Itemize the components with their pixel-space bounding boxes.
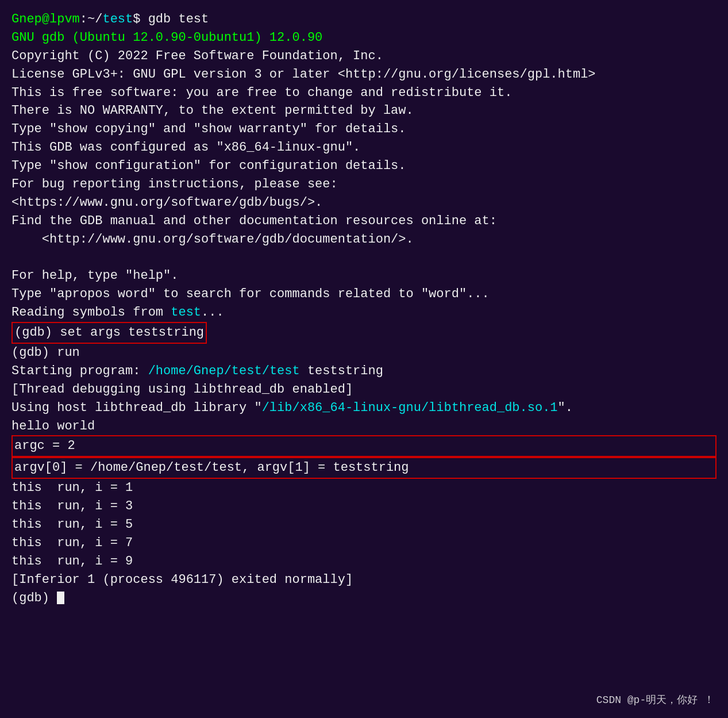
blank-line [11, 249, 717, 267]
command-line: Gnep@lpvm:~/test$ gdb test [11, 10, 717, 29]
argv-text: argv[0] = /home/Gnep/test/test, argv[1] … [14, 460, 409, 475]
dir-name: test [102, 12, 133, 26]
libthread-path: /lib/x86_64-linux-gnu/libthread_db.so.1 [262, 401, 558, 415]
path-sep: :~/ [80, 12, 103, 26]
configured-line: This GDB was configured as "x86_64-linux… [11, 139, 717, 157]
using-host-line: Using host libthread_db library "/lib/x8… [11, 399, 717, 417]
apropos-line: Type "apropos word" to search for comman… [11, 285, 717, 304]
show-copying-line: Type "show copying" and "show warranty" … [11, 120, 717, 139]
free-sw-line: This is free software: you are free to c… [11, 84, 717, 102]
show-config-line: Type "show configuration" for configurat… [11, 157, 717, 175]
run-i9: this run, i = 9 [11, 552, 717, 571]
reading-text: Reading symbols from [11, 305, 171, 320]
starting-program-line: Starting program: /home/Gnep/test/test t… [11, 362, 717, 381]
program-path: /home/Gnep/test/test [148, 364, 300, 378]
gdb-run-line: (gdb) run [11, 344, 717, 362]
argc-line: argc = 2 [11, 435, 717, 457]
terminal-window: Gnep@lpvm:~/test$ gdb test GNU gdb (Ubun… [11, 10, 717, 608]
hello-world-line: hello world [11, 417, 717, 436]
test-binary: test [171, 305, 201, 320]
set-args-highlight: (gdb) set args teststring [11, 322, 207, 344]
set-args-line: (gdb) set args teststring [11, 322, 717, 344]
run-i1: this run, i = 1 [11, 479, 717, 497]
using-host-end: ". [558, 401, 573, 415]
help-hint-line: For help, type "help". [11, 267, 717, 285]
copyright-line: Copyright (C) 2022 Free Software Foundat… [11, 47, 717, 66]
argc-text: argc = 2 [14, 439, 75, 453]
gdb-version-line: GNU gdb (Ubuntu 12.0.90-0ubuntu1) 12.0.9… [11, 29, 717, 47]
final-prompt-line: (gdb) [11, 589, 717, 608]
program-args: teststring [300, 364, 383, 378]
warranty-line: There is NO WARRANTY, to the extent perm… [11, 102, 717, 120]
run-i5: this run, i = 5 [11, 516, 717, 534]
license-line: License GPLv3+: GNU GPL version 3 or lat… [11, 66, 717, 84]
manual-line: Find the GDB manual and other documentat… [11, 212, 717, 231]
inferior-line: [Inferior 1 (process 496117) exited norm… [11, 571, 717, 589]
ellipsis: ... [201, 305, 224, 320]
user-host: Gnep@lpvm [11, 12, 80, 26]
reading-symbols-line: Reading symbols from test... [11, 304, 717, 322]
thread-debug-line: [Thread debugging using libthread_db ena… [11, 381, 717, 399]
argv-line: argv[0] = /home/Gnep/test/test, argv[1] … [11, 457, 717, 479]
final-prompt: (gdb) [11, 591, 57, 605]
using-host-text: Using host libthread_db library " [11, 401, 262, 415]
command: $ gdb test [133, 12, 209, 26]
starting-text: Starting program: [11, 364, 148, 378]
bug-url-line: <https://www.gnu.org/software/gdb/bugs/>… [11, 194, 717, 212]
cursor [57, 592, 64, 604]
bug-reporting-line: For bug reporting instructions, please s… [11, 175, 717, 194]
doc-url-line: <http://www.gnu.org/software/gdb/documen… [11, 231, 717, 249]
watermark: CSDN @p-明天，你好 ！ [596, 693, 714, 708]
run-i7: this run, i = 7 [11, 534, 717, 552]
run-i3: this run, i = 3 [11, 497, 717, 516]
set-args-text: (gdb) set args teststring [14, 325, 204, 340]
